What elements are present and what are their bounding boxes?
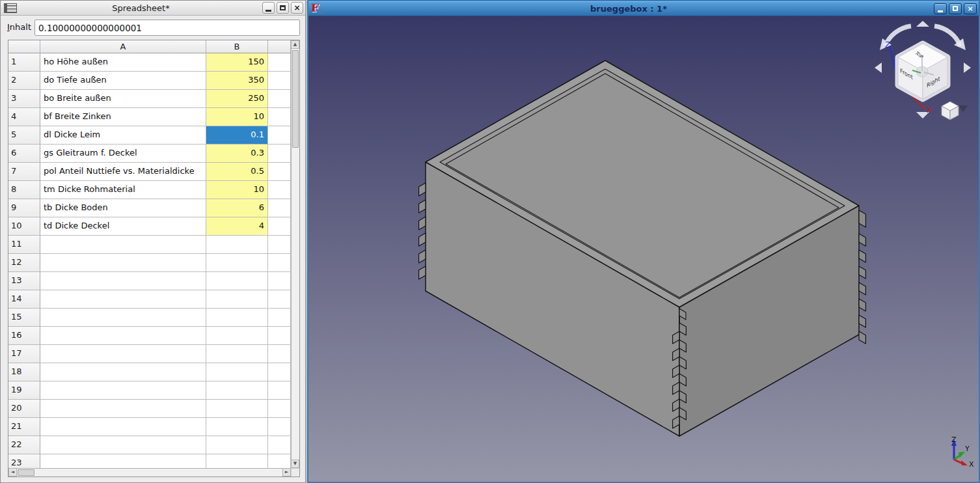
row-header[interactable]: 15 — [8, 309, 40, 327]
cell-a[interactable] — [40, 254, 206, 272]
cell-b[interactable] — [206, 363, 268, 381]
cell-a[interactable] — [40, 363, 206, 381]
row-header[interactable]: 2 — [8, 72, 40, 90]
horizontal-scrollbar[interactable]: ◄ ► — [8, 468, 291, 476]
cell-stub[interactable] — [268, 381, 291, 400]
cell-a[interactable]: dl Dicke Leim — [40, 126, 206, 145]
row-header[interactable]: 8 — [8, 181, 40, 199]
nav-arrow-left[interactable] — [875, 62, 882, 73]
cell-a[interactable] — [40, 327, 206, 345]
navigation-cluster[interactable]: Top Front Right Z X — [875, 21, 971, 120]
cell-a[interactable] — [40, 418, 206, 436]
cell-stub[interactable] — [268, 290, 291, 309]
cell-b[interactable] — [206, 327, 268, 345]
maximize-button[interactable] — [277, 2, 289, 14]
row-header[interactable]: 5 — [8, 126, 40, 145]
cell-b[interactable]: 0.3 — [206, 145, 268, 163]
cell-b[interactable] — [206, 454, 268, 468]
cell-b[interactable] — [206, 254, 268, 272]
cell-b[interactable] — [206, 381, 268, 400]
cell-b[interactable] — [206, 290, 268, 309]
box-model[interactable] — [419, 61, 866, 436]
row-header[interactable]: 19 — [8, 381, 40, 400]
row-header[interactable]: 12 — [8, 254, 40, 272]
cell-a[interactable] — [40, 381, 206, 400]
cell-a[interactable] — [40, 272, 206, 290]
minimize-button[interactable] — [262, 2, 275, 14]
3d-view-titlebar[interactable]: F ⚙ brueggebox : 1* × — [308, 1, 979, 16]
cell-stub[interactable] — [268, 418, 291, 436]
row-header[interactable]: 4 — [8, 108, 40, 126]
row-header[interactable]: 3 — [8, 90, 40, 108]
cell-b[interactable] — [206, 272, 268, 290]
cell-a[interactable] — [40, 290, 206, 309]
cell-stub[interactable] — [268, 217, 291, 236]
cell-a[interactable]: tb Dicke Boden — [40, 199, 206, 217]
cell-stub[interactable] — [268, 236, 291, 254]
row-header[interactable]: 21 — [8, 418, 40, 436]
cell-b[interactable]: 4 — [206, 217, 268, 236]
cell-b[interactable]: 6 — [206, 199, 268, 217]
row-header[interactable]: 18 — [8, 363, 40, 381]
cell-b[interactable]: 350 — [206, 72, 268, 90]
selected-cell[interactable]: 0.1 — [206, 126, 268, 145]
vertical-scroll-thumb[interactable] — [292, 50, 299, 148]
cell-stub[interactable] — [268, 145, 291, 163]
cell-b[interactable]: 0.5 — [206, 163, 268, 181]
scroll-down-button[interactable]: ▼ — [291, 460, 299, 468]
cell-b[interactable] — [206, 345, 268, 363]
cell-a[interactable] — [40, 436, 206, 454]
cell-b[interactable]: 10 — [206, 181, 268, 199]
cell-a[interactable] — [40, 454, 206, 468]
cell-b[interactable] — [206, 309, 268, 327]
row-header[interactable]: 13 — [8, 272, 40, 290]
column-header-a[interactable]: A — [40, 40, 206, 53]
cell-a[interactable] — [40, 400, 206, 418]
row-header[interactable]: 6 — [8, 145, 40, 163]
cell-content-input[interactable] — [34, 20, 300, 36]
cell-stub[interactable] — [268, 345, 291, 363]
cell-b[interactable]: 150 — [206, 53, 268, 72]
row-header[interactable]: 17 — [8, 345, 40, 363]
minimize-button-3d[interactable] — [934, 3, 947, 14]
cell-b[interactable] — [206, 436, 268, 454]
cell-a[interactable] — [40, 236, 206, 254]
navcube-dropdown-icon[interactable] — [959, 105, 968, 112]
cell-b[interactable] — [206, 400, 268, 418]
close-button[interactable]: × — [291, 2, 303, 14]
cell-a[interactable] — [40, 309, 206, 327]
3d-viewport[interactable]: Top Front Right Z X Z — [308, 16, 979, 482]
cell-b[interactable] — [206, 236, 268, 254]
cell-stub[interactable] — [268, 327, 291, 345]
row-header[interactable]: 16 — [8, 327, 40, 345]
cell-b[interactable]: 10 — [206, 108, 268, 126]
cell-stub[interactable] — [268, 454, 291, 468]
row-header[interactable]: 9 — [8, 199, 40, 217]
cell-a[interactable]: bo Breite außen — [40, 90, 206, 108]
row-header[interactable]: 22 — [8, 436, 40, 454]
scroll-left-button[interactable]: ◄ — [8, 468, 17, 476]
cell-stub[interactable] — [268, 90, 291, 108]
corner-header[interactable] — [8, 40, 40, 53]
scroll-right-button[interactable]: ► — [282, 468, 291, 476]
cell-a[interactable]: do Tiefe außen — [40, 72, 206, 90]
nav-arrow-up[interactable] — [916, 21, 929, 27]
cell-a[interactable] — [40, 345, 206, 363]
cell-stub[interactable] — [268, 436, 291, 454]
row-header[interactable]: 1 — [8, 53, 40, 72]
vertical-scrollbar[interactable]: ▲ ▼ — [291, 40, 299, 468]
scroll-up-button[interactable]: ▲ — [291, 40, 299, 49]
horizontal-scroll-thumb[interactable] — [18, 469, 34, 476]
cell-b[interactable]: 250 — [206, 90, 268, 108]
nav-arrow-right[interactable] — [964, 62, 971, 73]
cell-stub[interactable] — [268, 254, 291, 272]
row-header[interactable]: 10 — [8, 217, 40, 236]
navcube-menu[interactable] — [942, 102, 968, 120]
cell-stub[interactable] — [268, 163, 291, 181]
spreadsheet-titlebar[interactable]: Spreadsheet* × — [1, 1, 305, 16]
cell-a[interactable]: pol Anteil Nuttiefe vs. Materialdicke — [40, 163, 206, 181]
cell-stub[interactable] — [268, 108, 291, 126]
cell-b[interactable] — [206, 418, 268, 436]
row-header[interactable]: 11 — [8, 236, 40, 254]
cell-stub[interactable] — [268, 400, 291, 418]
